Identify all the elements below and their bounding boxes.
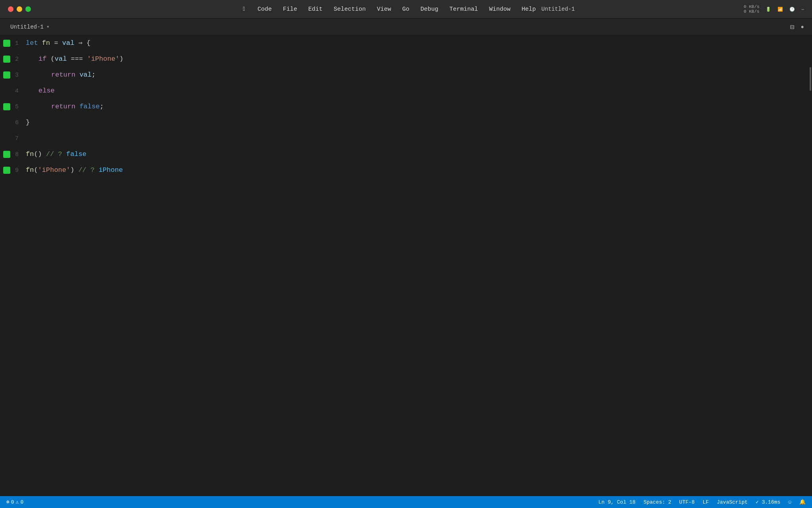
warning-count: 0 (20, 499, 23, 505)
window-title: Untitled-1 (542, 6, 575, 12)
breakpoint-7-empty[interactable] (3, 135, 10, 142)
menu-window[interactable]: Window (484, 0, 516, 18)
breakpoint-8[interactable] (3, 151, 10, 158)
token-paren-open: ( (51, 51, 55, 67)
token-val-2: val (55, 51, 67, 67)
apple-menu[interactable]:  (237, 0, 252, 18)
breakpoint-4-empty[interactable] (3, 87, 10, 94)
cursor-position[interactable]: Ln 9, Col 18 (598, 499, 636, 505)
token-semi-2: ; (100, 99, 103, 115)
token-val-return: val (79, 67, 92, 83)
warning-icon: ⚠ (16, 499, 19, 505)
token-let: let (26, 35, 42, 51)
token-space-2 (74, 162, 78, 178)
code-line-7 (26, 131, 806, 146)
spaces-setting[interactable]: Spaces: 2 (643, 499, 671, 505)
emoji-icon[interactable]: ☺ (788, 499, 791, 505)
notification-icon[interactable]: 🔔 (799, 499, 806, 505)
split-editor-icon[interactable]: ⊟ (790, 23, 795, 31)
wifi-icon: 📶 (778, 7, 783, 12)
token-if: if (38, 51, 51, 67)
token-semi-1: ; (92, 67, 96, 83)
maximize-button[interactable] (25, 6, 31, 12)
line-number-5: 5 (10, 104, 22, 110)
menu-help[interactable]: Help (516, 0, 542, 18)
token-call-parens-1: () (34, 146, 42, 162)
status-right: Ln 9, Col 18 Spaces: 2 UTF-8 LF JavaScri… (598, 499, 806, 505)
breakpoint-9[interactable] (3, 167, 10, 174)
menu-code[interactable]: Code (252, 0, 277, 18)
menu-debug[interactable]: Debug (415, 0, 444, 18)
line-number-6: 6 (10, 119, 22, 126)
title-bar:  Code File Edit Selection View Go Debug… (0, 0, 812, 19)
token-comment-2: // ? (79, 162, 99, 178)
menu-view[interactable]: View (371, 0, 396, 18)
gutter-row-7: 7 (0, 131, 22, 146)
gutter-row-6: 6 (0, 115, 22, 131)
token-close-brace: } (26, 115, 30, 131)
token-comment-1: // ? (46, 146, 66, 162)
error-count: 0 (11, 499, 14, 505)
encoding-label: UTF-8 (679, 499, 695, 505)
line-number-7: 7 (10, 135, 22, 142)
menu-edit[interactable]: Edit (303, 0, 328, 18)
gutter-row-3: 3 (0, 67, 22, 83)
code-editor[interactable]: let fn = val ⇒ { if (val === 'iPhone') r… (22, 35, 806, 496)
token-fn-call-1: fn (26, 146, 34, 162)
line-number-4: 4 (10, 88, 22, 94)
menu-terminal[interactable]: Terminal (444, 0, 484, 18)
battery-icon: 🔋 (766, 7, 771, 12)
editor-area: 1 2 3 4 5 6 7 (0, 35, 812, 496)
token-val-param: val (62, 35, 75, 51)
line-number-1: 1 (10, 40, 22, 47)
language-mode[interactable]: JavaScript (717, 499, 748, 505)
error-icon: ⊗ (6, 499, 10, 505)
menu-file[interactable]: File (277, 0, 303, 18)
timing-info: ✓ 3.16ms (756, 499, 780, 505)
ln-col: Ln 9, Col 18 (598, 499, 636, 505)
menu-go[interactable]: Go (397, 0, 415, 18)
token-fn-var: fn (42, 35, 50, 51)
status-errors[interactable]: ⊗ 0 ⚠ 0 (6, 499, 23, 505)
code-line-9: fn('iPhone') // ? iPhone (26, 162, 806, 178)
tab-bar: Untitled-1 ● ⊟ ● (0, 19, 812, 35)
eol-setting[interactable]: LF (703, 499, 709, 505)
breakpoint-6-empty[interactable] (3, 119, 10, 126)
token-stricteq: === (67, 51, 87, 67)
scrollbar-thumb[interactable] (810, 67, 811, 91)
token-result-iphone: iPhone (99, 162, 123, 178)
network-status: 0 KB/s 0 KB/s (744, 4, 760, 14)
token-else: else (38, 83, 55, 99)
menu-selection[interactable]: Selection (328, 0, 371, 18)
code-line-3: return val; (26, 67, 806, 83)
encoding-setting[interactable]: UTF-8 (679, 499, 695, 505)
gutter-row-5: 5 (0, 99, 22, 115)
line-number-3: 3 (10, 72, 22, 79)
token-return-2: return (51, 99, 79, 115)
traffic-lights[interactable] (8, 6, 31, 12)
gutter-row-2: 2 (0, 51, 22, 67)
code-line-6: } (26, 115, 806, 131)
token-str-iphone-arg: 'iPhone' (38, 162, 71, 178)
breakpoint-5[interactable] (3, 103, 10, 110)
gutter-row-4: 4 (0, 83, 22, 99)
breakpoint-2[interactable] (3, 56, 10, 63)
gutter: 1 2 3 4 5 6 7 (0, 35, 22, 496)
token-space-1 (42, 146, 46, 162)
close-button[interactable] (8, 6, 13, 12)
eol-label: LF (703, 499, 709, 505)
breakpoint-3[interactable] (3, 71, 10, 79)
breakpoint-1[interactable] (3, 40, 10, 47)
smiley-icon: ☺ (788, 499, 791, 505)
token-call-paren-open: ( (34, 162, 38, 178)
token-arrow: ⇒ (74, 35, 86, 51)
token-result-false: false (66, 146, 86, 162)
title-bar-right: 0 KB/s 0 KB/s 🔋 📶 🕐 ⋯ (744, 4, 804, 14)
scrollbar[interactable] (806, 35, 812, 496)
minimize-button[interactable] (17, 6, 22, 12)
more-icons: ⋯ (801, 7, 804, 12)
token-paren-close: ) (119, 51, 123, 67)
more-actions-icon[interactable]: ● (801, 24, 804, 30)
token-str-iphone: 'iPhone' (87, 51, 119, 67)
tab-untitled1[interactable]: Untitled-1 ● (4, 19, 56, 35)
